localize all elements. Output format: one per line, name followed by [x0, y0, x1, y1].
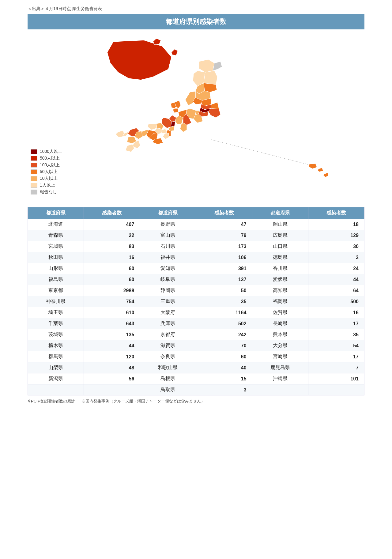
map-legend: 1000人以上 500人以上 100人以上 50人以上 10人以上 1人以上	[31, 149, 62, 195]
legend-color-1000plus	[31, 149, 37, 154]
pref-col1: 神奈川県	[28, 296, 84, 307]
table-row: 山形県60愛知県391香川県24	[28, 263, 364, 274]
count-col2: 242	[196, 329, 252, 340]
legend-label-500plus: 500人以上	[40, 156, 60, 161]
svg-line-0	[211, 140, 309, 165]
count-col3: 101	[308, 373, 364, 384]
count-col2: 50	[196, 285, 252, 296]
count-col2: 502	[196, 318, 252, 329]
pref-col2: 奈良県	[140, 351, 196, 362]
count-col1: 120	[84, 351, 140, 362]
pref-col3: 香川県	[252, 263, 308, 274]
col-header-count1: 感染者数	[84, 207, 140, 219]
pref-col1: 北海道	[28, 219, 84, 230]
pref-col2: 静岡県	[140, 285, 196, 296]
count-col3: 18	[308, 219, 364, 230]
pref-col1: 栃木県	[28, 340, 84, 351]
pref-col3: 長崎県	[252, 318, 308, 329]
pref-col1: 秋田県	[28, 252, 84, 263]
pref-col1: 群馬県	[28, 351, 84, 362]
table-row: 青森県22富山県79広島県129	[28, 230, 364, 241]
legend-item-1000plus: 1000人以上	[31, 149, 62, 154]
count-col2: 47	[196, 219, 252, 230]
pref-col1: 青森県	[28, 230, 84, 241]
count-col3: 3	[308, 252, 364, 263]
pref-col2: 福井県	[140, 252, 196, 263]
legend-label-100plus: 100人以上	[40, 162, 60, 168]
count-col1: 22	[84, 230, 140, 241]
count-col2: 391	[196, 263, 252, 274]
count-col1: 610	[84, 307, 140, 318]
pref-col3: 大分県	[252, 340, 308, 351]
count-col3: 35	[308, 329, 364, 340]
count-col3: 54	[308, 340, 364, 351]
count-col1: 60	[84, 263, 140, 274]
pref-col1: 千葉県	[28, 318, 84, 329]
count-col2: 1164	[196, 307, 252, 318]
footnote-2: ※国内発生事例（クルーズ船・帰国チャーター便などは含みません）	[81, 399, 205, 403]
legend-color-500plus	[31, 156, 37, 161]
count-col2: 3	[196, 384, 252, 395]
infection-table: 都道府県 感染者数 都道府県 感染者数 都道府県 感染者数 北海道407長野県4…	[28, 207, 364, 395]
hokkaido	[107, 39, 178, 80]
count-col1: 754	[84, 296, 140, 307]
count-col3: 129	[308, 230, 364, 241]
legend-color-100plus	[31, 163, 37, 168]
pref-col1: 茨城県	[28, 329, 84, 340]
col-header-pref1: 都道府県	[28, 207, 84, 219]
table-row: 山梨県48和歌山県40鹿児島県7	[28, 362, 364, 373]
pref-col3: 佐賀県	[252, 307, 308, 318]
count-col3: 24	[308, 263, 364, 274]
table-row: 鳥取県3	[28, 384, 364, 395]
legend-item-none: 報告なし	[31, 189, 62, 195]
footnote-section: ※PCR検査陽性者数の累計 ※国内発生事例（クルーズ船・帰国チャーター便などは含…	[28, 398, 364, 404]
pref-col2: 島根県	[140, 373, 196, 384]
table-row: 秋田県16福井県106徳島県3	[28, 252, 364, 263]
pref-col3: 広島県	[252, 230, 308, 241]
pref-col1: 新潟県	[28, 373, 84, 384]
count-col1: 2988	[84, 285, 140, 296]
pref-col2: 三重県	[140, 296, 196, 307]
pref-col2: 兵庫県	[140, 318, 196, 329]
pref-col3: 沖縄県	[252, 373, 308, 384]
count-col1: 56	[84, 373, 140, 384]
count-col2: 79	[196, 230, 252, 241]
pref-col2: 愛知県	[140, 263, 196, 274]
pref-col2: 和歌山県	[140, 362, 196, 373]
pref-col1: 山梨県	[28, 362, 84, 373]
legend-label-10plus: 10人以上	[40, 176, 58, 181]
col-header-pref2: 都道府県	[140, 207, 196, 219]
table-row: 福島県60岐阜県137愛媛県44	[28, 274, 364, 285]
pref-col3: 鹿児島県	[252, 362, 308, 373]
pref-col2: 京都府	[140, 329, 196, 340]
table-row: 千葉県643兵庫県502長崎県17	[28, 318, 364, 329]
count-col1	[84, 384, 140, 395]
count-col1: 643	[84, 318, 140, 329]
pref-col1: 福島県	[28, 274, 84, 285]
count-col3: 44	[308, 274, 364, 285]
count-col3: 17	[308, 318, 364, 329]
table-row: 神奈川県754三重県35福岡県500	[28, 296, 364, 307]
legend-color-none	[31, 190, 37, 195]
pref-col3: 宮崎県	[252, 351, 308, 362]
col-header-count3: 感染者数	[308, 207, 364, 219]
legend-label-none: 報告なし	[40, 189, 57, 195]
count-col1: 60	[84, 274, 140, 285]
legend-color-1plus	[31, 183, 37, 188]
count-col2: 70	[196, 340, 252, 351]
pref-col3: 福岡県	[252, 296, 308, 307]
count-col2: 173	[196, 241, 252, 252]
count-col2: 137	[196, 274, 252, 285]
count-col3	[308, 384, 364, 395]
data-table-section: 都道府県 感染者数 都道府県 感染者数 都道府県 感染者数 北海道407長野県4…	[28, 207, 364, 395]
pref-col3: 愛媛県	[252, 274, 308, 285]
count-col3: 30	[308, 241, 364, 252]
pref-col2: 石川県	[140, 241, 196, 252]
count-col2: 35	[196, 296, 252, 307]
pref-col2: 岐阜県	[140, 274, 196, 285]
map-container: 1000人以上 500人以上 100人以上 50人以上 10人以上 1人以上	[28, 32, 364, 204]
table-row: 埼玉県610大阪府1164佐賀県16	[28, 307, 364, 318]
footnote-1: ※PCR検査陽性者数の累計	[28, 399, 75, 403]
legend-item-10plus: 10人以上	[31, 176, 62, 181]
count-col1: 83	[84, 241, 140, 252]
